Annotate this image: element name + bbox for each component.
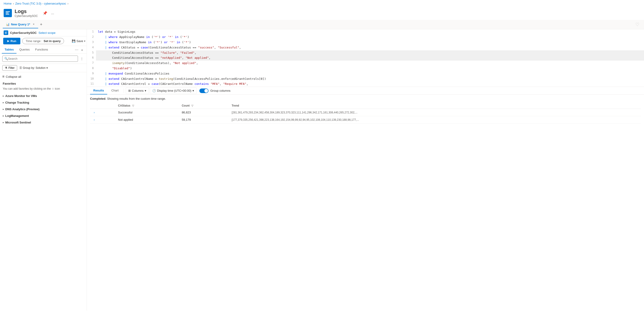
svg-rect-1 <box>6 12 9 13</box>
line-num-7: 7 <box>87 60 96 66</box>
row-expand-icon[interactable]: › <box>92 111 96 114</box>
columns-button[interactable]: ⊞ Columns ▾ <box>126 87 149 94</box>
clock-icon: 🕐 <box>152 89 156 92</box>
run-button[interactable]: ▶ Run <box>3 38 20 44</box>
collapse-all-button[interactable]: ≡ Collapse all <box>0 73 87 80</box>
nav-item-change-tracking[interactable]: ▸ Change Tracking <box>0 99 87 106</box>
count-filter-icon[interactable]: ▽ <box>191 104 193 107</box>
workspace-icon <box>4 30 8 35</box>
nav-label-log: LogManagement <box>5 114 29 118</box>
code-content-1: let data = SigninLogs <box>96 29 644 34</box>
search-options-button[interactable]: ⋮ <box>79 56 84 62</box>
table-row: › Successful 86,823 [281,361,479,293,234… <box>90 109 641 116</box>
code-content-3: | where UserDisplayName in ('*') or '*' … <box>96 40 644 45</box>
code-line-11: 11 | extend CAGrantControl = case(CAGran… <box>87 82 644 87</box>
workspace-row: CyberSecuritySOC Select scope <box>0 29 87 36</box>
row1-trend: [281,361,479,293,234,362,458,304,189,323… <box>229 109 641 116</box>
left-tabs-more-button[interactable]: ⋯ <box>74 47 79 53</box>
workspace-name: CyberSecuritySOC <box>10 31 36 34</box>
search-input[interactable] <box>8 57 76 60</box>
result-tab-chart[interactable]: Chart <box>108 87 122 94</box>
favorites-description: You can add favorites by clicking on the… <box>0 86 87 92</box>
toggle-thumb <box>204 89 208 92</box>
results-table: CAStatus ▽ Count ▽ Trend › <box>90 103 641 124</box>
row-expand-icon2[interactable]: › <box>92 118 96 122</box>
full-toolbar: ▶ Run Time range : Set in query 💾 Save ▾… <box>0 36 87 46</box>
th-trend: Trend <box>229 103 641 109</box>
search-icon: 🔍 <box>4 57 8 60</box>
nav-item-azure-monitor[interactable]: ▸ Azure Monitor for VMs <box>0 92 87 99</box>
code-content-7: isempty(ConditionalAccessStatus), "Not a… <box>96 60 644 66</box>
results-table-body: › Successful 86,823 [281,361,479,293,234… <box>90 109 641 124</box>
tab-functions[interactable]: Functions <box>32 46 51 54</box>
group-columns-label: Group columns <box>210 89 230 92</box>
time-range-button[interactable]: Time range : Set in query <box>22 38 64 44</box>
collapse-all-icon: ≡ <box>2 74 4 79</box>
code-content-5: ConditionalAccessStatus == "failure", "F… <box>96 50 644 56</box>
tab-close-button[interactable]: × <box>32 23 35 26</box>
more-app-button[interactable]: ... <box>50 10 55 16</box>
tab-queries[interactable]: Queries <box>16 46 32 54</box>
app-header: Logs CyberSecuritySOC 📌 ... <box>0 7 644 20</box>
filter-button[interactable]: ⚗ Filter <box>2 65 17 71</box>
favorites-star-icon: ☆ <box>52 87 54 90</box>
code-content-10: | extend CAGrantControlName = tostring(C… <box>96 76 644 82</box>
breadcrumb: Home › Zero Trust (TIC 3.0) - cybersecur… <box>0 0 644 7</box>
app-header-actions: 📌 ... <box>42 10 55 16</box>
save-icon: 💾 <box>72 39 76 43</box>
row1-castatus: Successful <box>116 109 180 116</box>
tab-heart-icon[interactable]: ♡ <box>634 20 641 29</box>
row1-expand[interactable]: › <box>90 109 116 116</box>
code-line-4: 4 | extend CAStatus = case(ConditionalAc… <box>87 45 644 50</box>
tab-label: New Query 1* <box>11 23 30 26</box>
columns-icon: ⊞ <box>128 89 131 92</box>
save-caret: ▾ <box>84 40 85 42</box>
code-line-8: 8 "Disabled") <box>87 66 644 71</box>
select-scope-button[interactable]: Select scope <box>38 31 55 34</box>
nav-caret-sentinel: ▸ <box>3 121 4 124</box>
row2-expand[interactable]: › <box>90 116 116 124</box>
tab-add-button[interactable]: + <box>38 21 44 28</box>
results-status: Completed. Showing results from the cust… <box>90 97 641 100</box>
result-tab-results[interactable]: Results <box>90 87 107 94</box>
code-line-7: 7 isempty(ConditionalAccessStatus), "Not… <box>87 60 644 66</box>
breadcrumb-workspace[interactable]: Zero Trust (TIC 3.0) - cybersecuritysoc <box>15 2 66 5</box>
tab-new-query-1[interactable]: 📊 New Query 1* × <box>3 21 38 28</box>
pin-app-button[interactable]: 📌 <box>42 10 48 16</box>
nav-caret-dns: ▸ <box>3 108 4 110</box>
results-status-completed: Completed <box>90 97 106 100</box>
row2-trend: [177,379,335,256,421,398,223,138,164,192… <box>229 116 641 124</box>
group-by-button[interactable]: ☰ Group by: Solution ▾ <box>20 66 48 70</box>
code-line-9: 9 | mvexpand ConditionalAccessPolicies <box>87 71 644 76</box>
group-columns-toggle: Group columns <box>199 88 230 93</box>
nav-item-logmanagement[interactable]: ▸ LogManagement <box>0 112 87 119</box>
sidebar-content: ≡ Collapse all Favorites You can add fav… <box>0 72 87 310</box>
collapse-all-label: Collapse all <box>6 75 21 78</box>
row1-count: 86,823 <box>180 109 229 116</box>
toggle-switch[interactable] <box>199 88 208 93</box>
code-line-5: 5 ConditionalAccessStatus == "failure", … <box>87 50 644 56</box>
workspace-svg-icon <box>4 31 8 34</box>
display-time-caret: ▾ <box>192 89 194 92</box>
nav-label-sentinel: Microsoft Sentinel <box>5 121 31 124</box>
line-num-11: 11 <box>87 82 96 87</box>
tab-tables[interactable]: Tables <box>2 46 16 54</box>
time-range-value: Set in query <box>44 39 60 43</box>
app-title: Logs <box>15 8 38 14</box>
svg-rect-0 <box>6 12 10 12</box>
filter-row: ⚗ Filter ☰ Group by: Solution ▾ <box>0 64 87 72</box>
breadcrumb-home[interactable]: Home <box>4 2 12 5</box>
display-time-button[interactable]: 🕐 Display time (UTC+00:00) ▾ <box>150 87 196 94</box>
line-num-2: 2 <box>87 34 96 40</box>
results-header-row: CAStatus ▽ Count ▽ Trend <box>90 103 641 109</box>
right-panel: 1 let data = SigninLogs 2 | where AppDis… <box>87 29 644 310</box>
save-button[interactable]: 💾 Save ▾ <box>70 38 87 44</box>
code-editor[interactable]: 1 let data = SigninLogs 2 | where AppDis… <box>87 29 644 87</box>
nav-item-dns-analytics[interactable]: ▸ DNS Analytics (Preview) <box>0 106 87 112</box>
nav-item-sentinel[interactable]: ▸ Microsoft Sentinel <box>0 119 87 126</box>
collapse-panel-button[interactable]: « <box>79 47 85 52</box>
group-by-caret: ▾ <box>46 66 48 70</box>
castatus-filter-icon[interactable]: ▽ <box>132 104 134 107</box>
svg-rect-2 <box>6 14 9 15</box>
tab-bar: 📊 New Query 1* × + ♡ <box>0 20 644 29</box>
